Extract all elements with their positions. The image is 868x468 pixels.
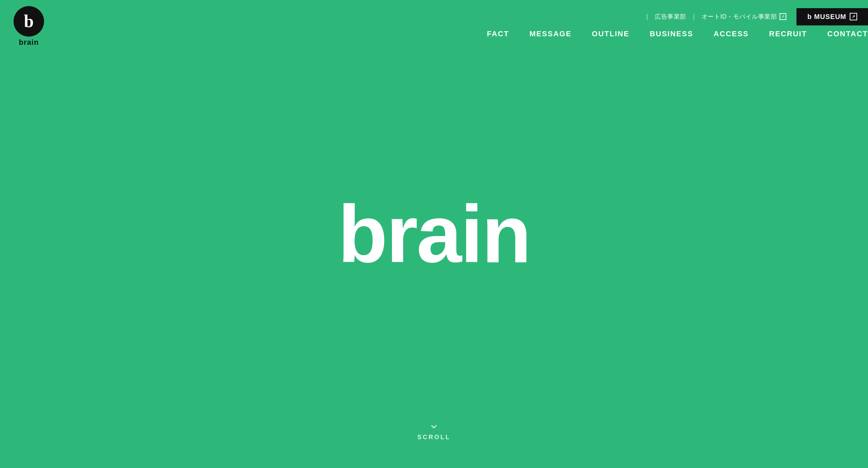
header-right: | 広告事業部 | オートID・モバイル事業部 ↗ b MUSEUM ↗ FAC… (487, 4, 868, 44)
auto-id-ext-icon: ↗ (780, 13, 786, 20)
museum-button[interactable]: b MUSEUM ↗ (796, 8, 868, 25)
logo-brand: brain (19, 38, 39, 47)
museum-ext-icon: ↗ (850, 13, 857, 20)
nav-business[interactable]: BUSINESS (650, 30, 693, 38)
museum-label: b MUSEUM (807, 13, 846, 21)
scroll-chevron-icon: ⌄ (428, 417, 440, 430)
scroll-indicator[interactable]: ⌄ SCROLL (417, 417, 451, 441)
hero-brand-text: brain (338, 193, 530, 275)
nav-fact[interactable]: FACT (487, 30, 509, 38)
main-nav: FACT MESSAGE OUTLINE BUSINESS ACCESS REC… (487, 30, 868, 44)
top-bar: | 広告事業部 | オートID・モバイル事業部 ↗ b MUSEUM ↗ (639, 4, 868, 30)
hero-section: b brain | 広告事業部 | オートID・モバイル事業部 ↗ b MUSE… (0, 0, 868, 468)
nav-outline[interactable]: OUTLINE (592, 30, 630, 38)
koukoku-link[interactable]: 広告事業部 (655, 13, 686, 21)
auto-id-link[interactable]: オートID・モバイル事業部 ↗ (702, 13, 787, 21)
auto-id-label: オートID・モバイル事業部 (702, 13, 777, 21)
scroll-label: SCROLL (417, 434, 451, 441)
divider-left: | (646, 13, 648, 21)
nav-access[interactable]: ACCESS (714, 30, 749, 38)
koukoku-label: 広告事業部 (655, 13, 686, 21)
divider-middle: | (693, 13, 695, 21)
site-header: b brain | 広告事業部 | オートID・モバイル事業部 ↗ b MUSE… (0, 0, 868, 47)
nav-contact[interactable]: CONTACT (827, 30, 868, 38)
logo-circle: b (14, 6, 44, 37)
nav-recruit[interactable]: RECRUIT (769, 30, 807, 38)
nav-message[interactable]: MESSAGE (530, 30, 572, 38)
logo-area[interactable]: b brain (14, 6, 44, 47)
logo-letter: b (24, 13, 34, 30)
